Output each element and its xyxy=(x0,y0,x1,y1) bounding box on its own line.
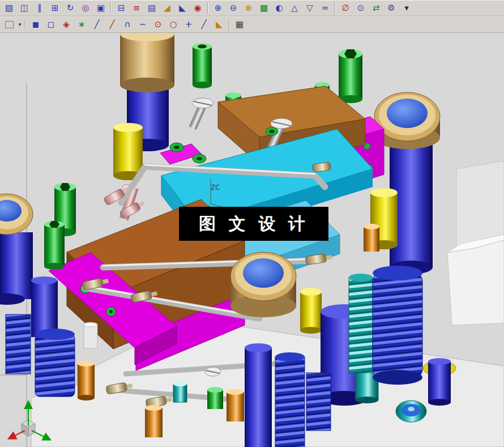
intersect-icon[interactable]: ⊗ xyxy=(241,1,256,15)
mirror-icon[interactable]: ◐ xyxy=(272,1,287,15)
socket-head-screw[interactable] xyxy=(193,43,212,88)
viewport[interactable]: ZC 图 文 设 计 xyxy=(0,33,504,447)
quick-trim-icon[interactable]: ◣ xyxy=(212,17,227,32)
socket-head-screw[interactable] xyxy=(339,49,362,103)
point-icon[interactable]: ⊙ xyxy=(353,1,368,15)
coil-spring-blue[interactable] xyxy=(306,373,331,431)
datum-axis-icon[interactable]: ∥ xyxy=(32,1,47,15)
toolbar-separator xyxy=(229,19,230,30)
spline-tool-icon[interactable]: ~ xyxy=(135,17,150,32)
support-pin-orange[interactable] xyxy=(145,405,163,437)
wireframe-view-icon[interactable]: ◻ xyxy=(44,17,58,32)
snap-grid-icon[interactable]: ∗ xyxy=(74,17,89,32)
coil-spring-teal[interactable] xyxy=(349,274,373,373)
coil-spring-blue[interactable] xyxy=(35,329,75,397)
move-object-icon[interactable]: ⇄ xyxy=(369,1,383,15)
support-pin-orange[interactable] xyxy=(364,224,379,252)
pocket-icon[interactable]: ⊟ xyxy=(114,1,129,15)
guide-pillar[interactable] xyxy=(31,276,58,337)
plus-tool-icon[interactable]: + xyxy=(181,17,196,32)
grid-icon[interactable]: ▦ xyxy=(232,17,247,32)
polyline-tool-icon[interactable]: ╱ xyxy=(105,17,119,32)
watermark-banner: 图 文 设 计 xyxy=(179,207,328,241)
arc-tool-icon[interactable]: ∩ xyxy=(120,17,135,32)
edge-blend-icon[interactable]: ◉ xyxy=(190,1,205,15)
draft-icon[interactable]: ◢ xyxy=(160,1,174,15)
subtract-icon[interactable]: ⊖ xyxy=(226,1,241,15)
socket-head-screw[interactable] xyxy=(44,221,65,270)
toolbar-separator xyxy=(207,2,208,14)
shell-icon[interactable]: ▤ xyxy=(144,1,159,15)
selection-filter-button[interactable] xyxy=(2,17,16,32)
split-body-icon[interactable]: ▽ xyxy=(302,1,317,15)
unite-icon[interactable]: ⊕ xyxy=(211,1,225,15)
thread-icon[interactable]: ≈ xyxy=(318,1,332,15)
guide-pillar[interactable] xyxy=(245,343,272,447)
boss-icon[interactable]: ▣ xyxy=(93,1,108,15)
guide-pillar-small[interactable] xyxy=(428,358,451,406)
trim-body-icon[interactable]: △ xyxy=(287,1,302,15)
toolbar-separator xyxy=(335,2,336,14)
revolve-icon[interactable]: ↻ xyxy=(63,1,78,15)
sketch-icon[interactable]: ▧ xyxy=(2,1,16,15)
toolbar-separator xyxy=(25,19,26,30)
socket-head-screw-small[interactable] xyxy=(207,387,223,409)
guide-bushing-left[interactable] xyxy=(0,194,33,305)
extrude-icon[interactable]: ⊞ xyxy=(48,1,62,15)
selection-rect-icon xyxy=(5,21,14,28)
coil-spring-blue-large[interactable] xyxy=(373,266,422,385)
locating-ring-center[interactable] xyxy=(230,252,296,317)
settings-icon[interactable]: ⚙ xyxy=(384,1,399,15)
main-toolbar: ▧◫∥⊞↻◎▣⊟≡▤◢◣◉⊕⊖⊗▩◐△▽≈∅⊙⇄⚙▾ xyxy=(0,0,504,16)
wcs-label: ZC xyxy=(211,184,220,191)
diagonal-tool-icon[interactable]: ╱ xyxy=(197,17,211,32)
hole-icon[interactable]: ◎ xyxy=(78,1,93,15)
knob-teal[interactable] xyxy=(396,401,426,422)
circle-center-icon[interactable]: ⊙ xyxy=(151,17,165,32)
shaded-view-icon[interactable]: ◼ xyxy=(28,17,43,32)
ejector-pin-yellow[interactable] xyxy=(300,288,322,334)
snap-point-icon[interactable]: ◈ xyxy=(59,17,74,32)
coil-spring-blue[interactable] xyxy=(275,352,305,447)
support-pin-orange[interactable] xyxy=(78,361,95,401)
line-tool-icon[interactable]: ╱ xyxy=(89,17,104,32)
support-pin-orange[interactable] xyxy=(227,389,244,422)
selection-filter-caret[interactable]: ▾ xyxy=(17,22,23,27)
pattern-icon[interactable]: ▩ xyxy=(257,1,271,15)
rib-icon[interactable]: ≡ xyxy=(129,1,144,15)
coil-spring-blue[interactable] xyxy=(6,314,31,374)
small-fitting-teal[interactable] xyxy=(173,382,187,402)
sketch-toolbar: ▾◼◻◈∗╱╱∩~⊙○+╱◣▦ xyxy=(0,16,504,33)
circle-tool-icon[interactable]: ○ xyxy=(166,17,181,32)
slotted-screw[interactable] xyxy=(189,98,213,130)
chamfer-icon[interactable]: ◣ xyxy=(175,1,190,15)
slotted-screw-head[interactable] xyxy=(205,367,221,376)
datum-plane-icon[interactable]: ◫ xyxy=(17,1,32,15)
measure-icon[interactable]: ∅ xyxy=(338,1,353,15)
toolbar-separator xyxy=(110,2,112,14)
toolbar-more-icon[interactable]: ▾ xyxy=(399,1,414,15)
